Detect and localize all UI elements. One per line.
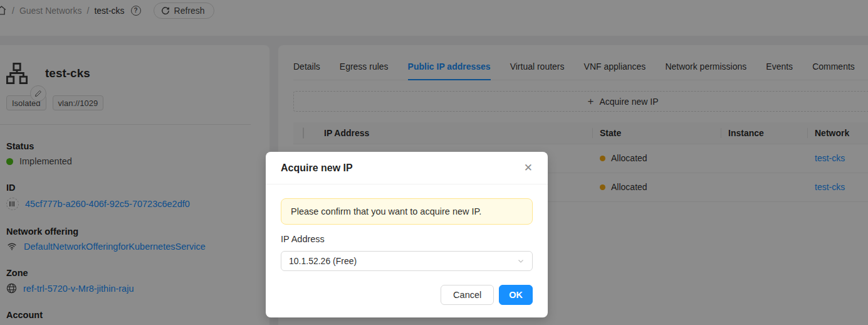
close-icon[interactable]: ✕: [524, 162, 533, 173]
confirm-alert: Please confirm that you want to acquire …: [281, 198, 533, 225]
modal-body: Please confirm that you want to acquire …: [266, 184, 548, 317]
modal-title: Acquire new IP: [281, 162, 353, 174]
modal-header: Acquire new IP ✕: [266, 152, 548, 184]
ip-address-field-label: IP Address: [281, 234, 533, 244]
chevron-down-icon: [517, 257, 525, 265]
ip-address-select[interactable]: 10.1.52.26 (Free): [281, 251, 533, 271]
cancel-button[interactable]: Cancel: [441, 285, 494, 305]
modal-footer: Cancel OK: [281, 285, 533, 305]
ok-button[interactable]: OK: [499, 285, 533, 305]
acquire-new-ip-modal: Acquire new IP ✕ Please confirm that you…: [266, 152, 548, 317]
ip-address-select-value: 10.1.52.26 (Free): [289, 256, 357, 266]
